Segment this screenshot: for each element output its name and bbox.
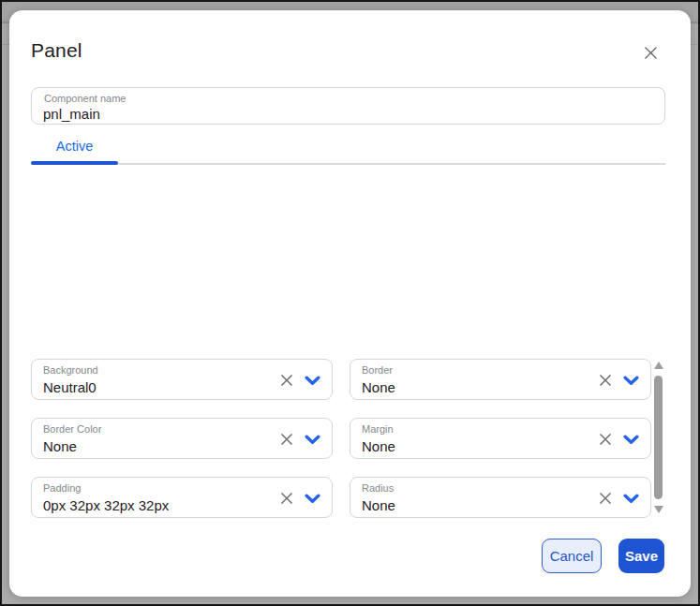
scrollbar[interactable] bbox=[653, 360, 664, 519]
panel-dialog: Panel Component name Active Background N… bbox=[9, 10, 691, 597]
field-label: Border bbox=[362, 364, 393, 376]
select-field-padding[interactable]: Padding 0px 32px 32px 32px bbox=[31, 477, 333, 518]
component-name-field[interactable]: Component name bbox=[31, 87, 665, 125]
cancel-button[interactable]: Cancel bbox=[542, 539, 602, 573]
field-label: Border Color bbox=[43, 423, 101, 435]
chevron-down-icon[interactable] bbox=[305, 435, 320, 445]
scroll-down-icon[interactable] bbox=[654, 506, 663, 513]
save-button[interactable]: Save bbox=[618, 539, 664, 573]
component-name-input[interactable] bbox=[43, 105, 643, 122]
field-label: Radius bbox=[362, 482, 394, 494]
select-field-radius[interactable]: Radius None bbox=[350, 477, 651, 518]
chevron-down-icon[interactable] bbox=[623, 435, 639, 445]
field-value: None bbox=[362, 438, 395, 454]
field-label: Margin bbox=[362, 423, 394, 435]
field-value: None bbox=[362, 497, 395, 513]
close-icon[interactable] bbox=[641, 43, 660, 62]
select-field-border-color[interactable]: Border Color None bbox=[31, 418, 333, 459]
chevron-down-icon[interactable] bbox=[305, 376, 320, 386]
field-value: Neutral0 bbox=[43, 379, 97, 395]
clear-icon[interactable] bbox=[599, 374, 612, 387]
clear-icon[interactable] bbox=[599, 492, 612, 505]
field-value: None bbox=[43, 438, 77, 454]
clear-icon[interactable] bbox=[599, 433, 612, 446]
tab-divider bbox=[31, 163, 665, 165]
clear-icon[interactable] bbox=[280, 492, 293, 505]
chevron-down-icon[interactable] bbox=[305, 494, 320, 504]
field-value: None bbox=[362, 379, 395, 395]
chevron-down-icon[interactable] bbox=[623, 494, 639, 504]
field-label: Padding bbox=[43, 482, 81, 494]
chevron-down-icon[interactable] bbox=[623, 376, 639, 386]
field-value: 0px 32px 32px 32px bbox=[43, 497, 169, 513]
screen: Panel Component name Active Background N… bbox=[0, 0, 700, 606]
clear-icon[interactable] bbox=[280, 433, 293, 446]
select-field-margin[interactable]: Margin None bbox=[350, 418, 651, 459]
tab-active[interactable]: Active bbox=[31, 133, 118, 159]
component-name-label: Component name bbox=[44, 93, 126, 104]
dialog-title: Panel bbox=[31, 39, 82, 62]
tab-active-indicator bbox=[31, 161, 118, 165]
scrollbar-thumb[interactable] bbox=[654, 376, 663, 499]
select-field-border[interactable]: Border None bbox=[350, 359, 651, 400]
select-field-background[interactable]: Background Neutral0 bbox=[31, 359, 333, 400]
scroll-up-icon[interactable] bbox=[654, 362, 663, 369]
clear-icon[interactable] bbox=[280, 374, 293, 387]
field-label: Background bbox=[43, 364, 98, 376]
